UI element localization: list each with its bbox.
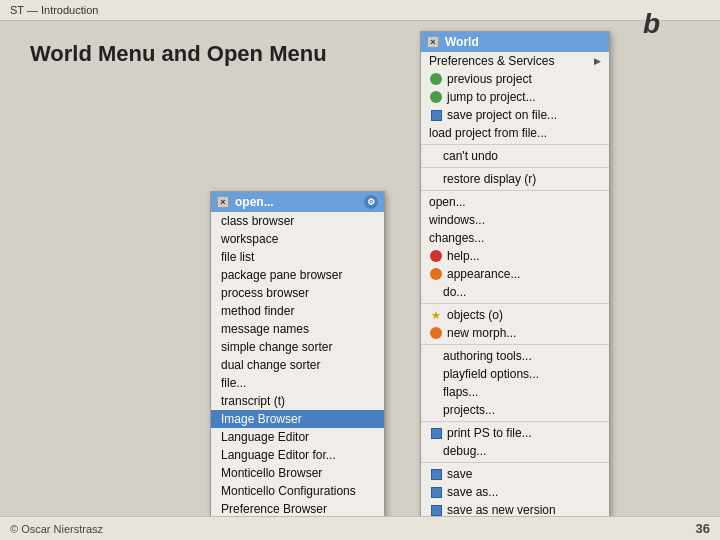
- world-menu-item-changes[interactable]: changes...: [421, 229, 609, 247]
- open-menu-item-simple_change_sorter[interactable]: simple change sorter: [211, 338, 384, 356]
- menu-item-label: authoring tools...: [443, 349, 532, 363]
- menu-item-label: help...: [447, 249, 480, 263]
- blue_square-icon: [429, 426, 443, 440]
- world-menu-item-print_ps[interactable]: print PS to file...: [421, 424, 609, 442]
- open-menu-item-method_finder[interactable]: method finder: [211, 302, 384, 320]
- orange_circle-icon: [429, 267, 443, 281]
- menu-item-label: playfield options...: [443, 367, 539, 381]
- world-menu-item-playfield[interactable]: playfield options...: [421, 365, 609, 383]
- menu-item-label: do...: [443, 285, 466, 299]
- open-menu-list: class browserworkspacefile listpackage p…: [211, 212, 384, 540]
- menu-item-label: restore display (r): [443, 172, 536, 186]
- open-menu-titlebar: × open... ⚙: [211, 192, 384, 212]
- menu-item-label: changes...: [429, 231, 484, 245]
- menu-item-label: projects...: [443, 403, 495, 417]
- breadcrumb: ST — Introduction: [10, 4, 98, 16]
- menu-item-label: debug...: [443, 444, 486, 458]
- open-menu-item-transcript[interactable]: transcript (t): [211, 392, 384, 410]
- open-menu-item-dual_change_sorter[interactable]: dual change sorter: [211, 356, 384, 374]
- world-menu-item-flaps[interactable]: flaps...: [421, 383, 609, 401]
- world-menu-item-authoring[interactable]: authoring tools...: [421, 347, 609, 365]
- green_circle-icon: [429, 90, 443, 104]
- world-menu-list: Preferences & Servicesprevious projectju…: [421, 52, 609, 540]
- bottom-bar: © Oscar Nierstrasz 36: [0, 516, 720, 540]
- world-menu-item-do[interactable]: do...: [421, 283, 609, 301]
- menu-item-label: windows...: [429, 213, 485, 227]
- menu-item-label: save project on file...: [447, 108, 557, 122]
- world-menu-item-save_project[interactable]: save project on file...: [421, 106, 609, 124]
- menu-item-label: save as new version: [447, 503, 556, 517]
- open-menu-item-monticello_browser[interactable]: Monticello Browser: [211, 464, 384, 482]
- menu-item-label: save as...: [447, 485, 498, 499]
- open-menu-search-icon[interactable]: ⚙: [364, 195, 378, 209]
- menu-item-label: can't undo: [443, 149, 498, 163]
- world-menu-titlebar: × World: [421, 32, 609, 52]
- slide-number: 36: [696, 521, 710, 536]
- world-menu-title: World: [445, 35, 479, 49]
- world-menu-item-restore_display[interactable]: restore display (r): [421, 170, 609, 188]
- world-menu-item-preferences[interactable]: Preferences & Services: [421, 52, 609, 70]
- world-menu-item-load_project[interactable]: load project from file...: [421, 124, 609, 142]
- menu-divider: [421, 421, 609, 422]
- open-menu-item-class_browser[interactable]: class browser: [211, 212, 384, 230]
- world-menu-close-button[interactable]: ×: [427, 36, 439, 48]
- blue_square-icon: [429, 467, 443, 481]
- world-menu-item-new_morph[interactable]: new morph...: [421, 324, 609, 342]
- blue_square-icon: [429, 108, 443, 122]
- red_circle-icon: [429, 249, 443, 263]
- menu-divider: [421, 190, 609, 191]
- menu-divider: [421, 462, 609, 463]
- menu-divider: [421, 167, 609, 168]
- open-menu-item-file[interactable]: file...: [211, 374, 384, 392]
- world-menu-item-windows[interactable]: windows...: [421, 211, 609, 229]
- menu-item-label: print PS to file...: [447, 426, 532, 440]
- menu-item-label: previous project: [447, 72, 532, 86]
- menu-item-label: flaps...: [443, 385, 478, 399]
- world-menu-item-objects[interactable]: ★objects (o): [421, 306, 609, 324]
- menu-item-label: open...: [429, 195, 466, 209]
- menu-item-label: Preferences & Services: [429, 54, 554, 68]
- world-menu-item-projects[interactable]: projects...: [421, 401, 609, 419]
- world-menu-item-previous_project[interactable]: previous project: [421, 70, 609, 88]
- blue_square-icon: [429, 503, 443, 517]
- world-menu: × World Preferences & Servicesprevious p…: [420, 31, 610, 540]
- green_circle-icon: [429, 72, 443, 86]
- open-menu-item-language_editor_for[interactable]: Language Editor for...: [211, 446, 384, 464]
- top-bar: ST — Introduction: [0, 0, 720, 21]
- open-menu-item-message_names[interactable]: message names: [211, 320, 384, 338]
- world-menu-item-jump_to_project[interactable]: jump to project...: [421, 88, 609, 106]
- open-menu-item-language_editor[interactable]: Language Editor: [211, 428, 384, 446]
- world-menu-item-appearance[interactable]: appearance...: [421, 265, 609, 283]
- menu-item-label: load project from file...: [429, 126, 547, 140]
- main-area: World Menu and Open Menu × open... ⚙ cla…: [0, 21, 720, 107]
- world-menu-item-open[interactable]: open...: [421, 193, 609, 211]
- menu-divider: [421, 144, 609, 145]
- open-menu-item-monticello_configurations[interactable]: Monticello Configurations: [211, 482, 384, 500]
- orange_circle-icon: [429, 326, 443, 340]
- menu-item-label: appearance...: [447, 267, 520, 281]
- menu-item-label: jump to project...: [447, 90, 536, 104]
- blue_square-icon: [429, 485, 443, 499]
- open-menu-item-image_browser[interactable]: Image Browser: [211, 410, 384, 428]
- open-menu-item-file_list[interactable]: file list: [211, 248, 384, 266]
- world-menu-item-save[interactable]: save: [421, 465, 609, 483]
- world-menu-item-save_as[interactable]: save as...: [421, 483, 609, 501]
- open-menu-item-process_browser[interactable]: process browser: [211, 284, 384, 302]
- open-menu-item-workspace[interactable]: workspace: [211, 230, 384, 248]
- menu-divider: [421, 303, 609, 304]
- yellow_star-icon: ★: [429, 308, 443, 322]
- open-menu: × open... ⚙ class browserworkspacefile l…: [210, 191, 385, 540]
- menu-divider: [421, 344, 609, 345]
- world-menu-item-help[interactable]: help...: [421, 247, 609, 265]
- open-menu-title: open...: [235, 195, 274, 209]
- open-menu-item-package_pane_browser[interactable]: package pane browser: [211, 266, 384, 284]
- world-menu-item-cant_undo[interactable]: can't undo: [421, 147, 609, 165]
- menu-item-label: objects (o): [447, 308, 503, 322]
- open-menu-close-button[interactable]: ×: [217, 196, 229, 208]
- copyright-text: © Oscar Nierstrasz: [10, 523, 103, 535]
- world-menu-item-debug[interactable]: debug...: [421, 442, 609, 460]
- menu-item-label: save: [447, 467, 472, 481]
- menu-item-label: new morph...: [447, 326, 516, 340]
